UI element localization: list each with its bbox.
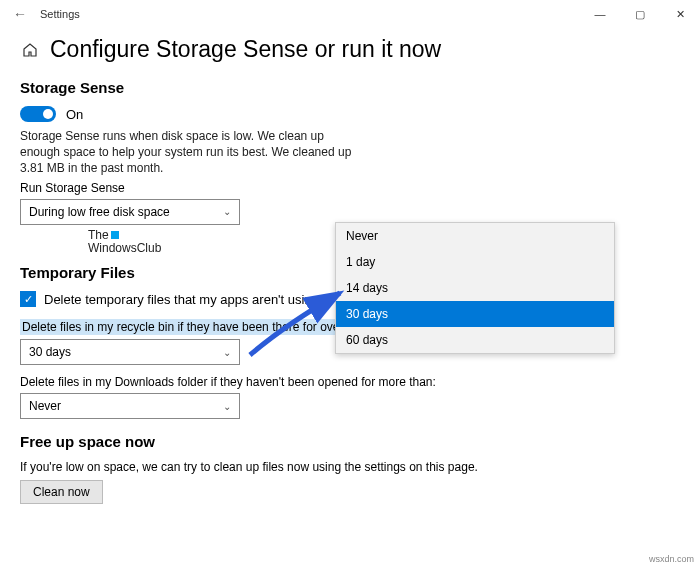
free-up-space-desc: If you're low on space, we can try to cl… [20, 460, 680, 474]
downloads-label: Delete files in my Downloads folder if t… [20, 375, 680, 389]
app-title: Settings [32, 8, 80, 20]
chevron-down-icon: ⌄ [223, 347, 231, 358]
chevron-down-icon: ⌄ [223, 401, 231, 412]
storage-sense-heading: Storage Sense [20, 79, 680, 96]
dropdown-option-never[interactable]: Never [336, 223, 614, 249]
combo-value: 30 days [29, 345, 71, 359]
chevron-down-icon: ⌄ [223, 206, 231, 217]
back-arrow-icon[interactable]: ← [8, 2, 32, 26]
storage-sense-toggle[interactable] [20, 106, 56, 122]
page-header: Configure Storage Sense or run it now [20, 36, 680, 63]
home-icon[interactable] [20, 40, 40, 60]
logo-square-icon [111, 231, 119, 239]
delete-temp-checkbox[interactable]: ✓ [20, 291, 36, 307]
dropdown-option-14days[interactable]: 14 days [336, 275, 614, 301]
dropdown-popup: Never 1 day 14 days 30 days 60 days [335, 222, 615, 354]
toggle-label: On [66, 107, 83, 122]
run-storage-sense-label: Run Storage Sense [20, 181, 680, 195]
dropdown-option-60days[interactable]: 60 days [336, 327, 614, 353]
maximize-button[interactable]: ▢ [620, 0, 660, 28]
delete-temp-label: Delete temporary files that my apps aren… [44, 292, 319, 307]
downloads-combo[interactable]: Never ⌄ [20, 393, 240, 419]
dropdown-option-1day[interactable]: 1 day [336, 249, 614, 275]
storage-sense-description: Storage Sense runs when disk space is lo… [20, 128, 360, 177]
window-controls: — ▢ ✕ [580, 0, 700, 28]
close-button[interactable]: ✕ [660, 0, 700, 28]
site-credit: wsxdn.com [649, 554, 694, 564]
dropdown-option-30days[interactable]: 30 days [336, 301, 614, 327]
combo-value: During low free disk space [29, 205, 170, 219]
free-up-space-heading: Free up space now [20, 433, 680, 450]
minimize-button[interactable]: — [580, 0, 620, 28]
recycle-bin-combo[interactable]: 30 days ⌄ [20, 339, 240, 365]
storage-sense-toggle-row: On [20, 106, 680, 122]
combo-value: Never [29, 399, 61, 413]
clean-now-button[interactable]: Clean now [20, 480, 103, 504]
page-title: Configure Storage Sense or run it now [50, 36, 441, 63]
title-bar: ← Settings — ▢ ✕ [0, 0, 700, 28]
run-storage-sense-combo[interactable]: During low free disk space ⌄ [20, 199, 240, 225]
